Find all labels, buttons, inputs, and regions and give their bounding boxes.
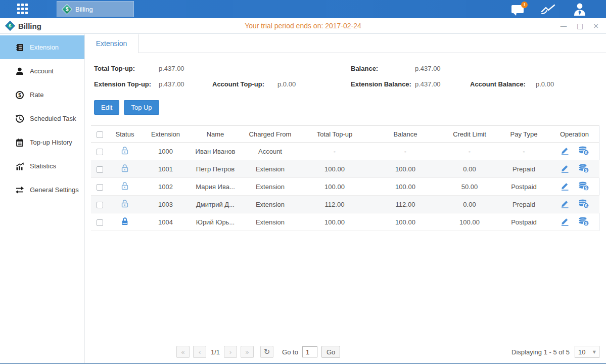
cell-pay-type: Prepaid <box>498 196 549 213</box>
table-row: 1004 Юрий Юрь... Extension 100.00 100.00… <box>91 213 599 231</box>
cell-balance: 100.00 <box>370 178 441 196</box>
row-checkbox[interactable] <box>97 166 103 173</box>
minimize-icon[interactable]: — <box>560 22 567 29</box>
maximize-icon[interactable]: □ <box>577 22 583 29</box>
col-operation: Operation <box>549 126 599 143</box>
sidebar-item-extension[interactable]: Extension <box>0 35 84 59</box>
top-up-button[interactable]: Top Up <box>124 100 159 115</box>
edit-row-icon[interactable] <box>560 217 570 226</box>
sidebar-item-account[interactable]: Account <box>0 59 84 83</box>
next-page-button[interactable]: › <box>224 346 237 358</box>
sidebar-item-general-settings[interactable]: General Settings <box>0 178 84 202</box>
status-lock-icon[interactable] <box>121 164 129 172</box>
extension-topup-label: Extension Top-up: <box>94 80 159 88</box>
dollar-circle-icon: $ <box>15 90 24 100</box>
apps-grid-icon[interactable] <box>17 4 29 15</box>
cell-total-topup: 100.00 <box>299 178 370 196</box>
top-up-row-icon[interactable]: $ <box>578 163 589 173</box>
table-row: 1003 Дмитрий Д... Extension 112.00 112.0… <box>91 196 599 213</box>
top-up-row-icon[interactable]: $ <box>578 199 589 209</box>
account-topup-value: p.0.00 <box>277 80 351 88</box>
row-checkbox[interactable] <box>97 184 103 191</box>
tab-extension[interactable]: Extension <box>85 34 138 53</box>
sidebar-item-rate[interactable]: $ Rate <box>0 83 84 107</box>
sidebar-item-label: General Settings <box>30 186 79 194</box>
main-content: Extension Total Top-up: p.437.00 Balance… <box>85 34 606 363</box>
first-page-button[interactable]: « <box>176 346 190 358</box>
svg-text:$: $ <box>585 221 587 226</box>
status-lock-icon[interactable] <box>121 146 129 155</box>
edit-row-icon[interactable] <box>560 181 570 191</box>
cell-credit-limit: 50.00 <box>441 178 498 196</box>
col-credit-limit: Credit Limit <box>441 126 498 143</box>
cell-total-topup: 100.00 <box>299 160 370 178</box>
edit-row-icon[interactable] <box>560 146 570 155</box>
sidebar-item-scheduled-task[interactable]: Scheduled Task <box>0 107 84 130</box>
row-checkbox[interactable] <box>97 149 103 155</box>
user-account-icon[interactable] <box>573 3 587 16</box>
col-pay-type: Pay Type <box>498 126 549 143</box>
edit-row-icon[interactable] <box>560 199 570 208</box>
cell-name: Петр Петров <box>190 160 241 178</box>
sidebar: Extension Account $ Rate Scheduled Task <box>0 34 85 363</box>
top-up-row-icon[interactable]: $ <box>578 216 589 226</box>
col-extension: Extension <box>142 126 190 143</box>
svg-text:$: $ <box>18 92 21 98</box>
cell-balance: 100.00 <box>370 213 441 231</box>
page-size-dropdown[interactable]: 10 ▼ <box>575 346 599 358</box>
cell-charged-from: Extension <box>241 178 299 196</box>
goto-label: Go to <box>282 348 298 356</box>
cell-extension: 1002 <box>142 178 190 196</box>
goto-page-input[interactable] <box>302 346 317 357</box>
history-clock-icon <box>15 114 24 123</box>
edit-button[interactable]: Edit <box>94 100 119 115</box>
edit-row-icon[interactable] <box>560 164 570 173</box>
billing-window-icon: $ <box>5 21 15 31</box>
cell-name: Дмитрий Д... <box>190 196 241 213</box>
person-icon <box>15 67 24 76</box>
balance-value: p.437.00 <box>415 65 441 72</box>
balance-summary: Total Top-up: p.437.00 Balance: p.437.00… <box>85 53 606 92</box>
table-body: 1000 Иван Иванов Account - - - - <box>91 143 599 231</box>
svg-text:$: $ <box>585 168 587 173</box>
cell-credit-limit: 100.00 <box>441 213 498 231</box>
prev-page-button[interactable]: ‹ <box>193 346 206 358</box>
table-header-row: Status Extension Name Charged From Total… <box>91 126 599 143</box>
select-all-checkbox[interactable] <box>97 131 103 138</box>
row-checkbox[interactable] <box>97 219 103 226</box>
cell-balance: - <box>370 143 441 160</box>
trial-notice: Your trial period ends on: 2017-02-24 <box>0 18 606 33</box>
notifications-icon[interactable]: ! <box>511 5 524 13</box>
top-up-row-icon[interactable]: $ <box>578 181 589 191</box>
billing-app-tab[interactable]: $ Billing <box>57 1 134 17</box>
cell-credit-limit: 0.00 <box>441 160 498 178</box>
top-up-row-icon[interactable]: $ <box>578 146 589 156</box>
cell-total-topup: - <box>299 143 370 160</box>
statistics-chart-icon[interactable] <box>540 3 556 15</box>
refresh-button[interactable]: ↻ <box>260 346 273 358</box>
svg-text:$: $ <box>585 203 587 208</box>
sidebar-item-statistics[interactable]: Statistics <box>0 154 84 178</box>
cell-extension: 1003 <box>142 196 190 213</box>
cell-pay-type: Postpaid <box>498 213 549 231</box>
table-row: 1000 Иван Иванов Account - - - - <box>91 143 599 160</box>
col-balance: Balance <box>370 126 441 143</box>
status-lock-icon[interactable] <box>121 181 129 190</box>
row-checkbox[interactable] <box>97 202 103 208</box>
extension-balance-label: Extension Balance: <box>351 80 415 88</box>
close-icon[interactable]: × <box>593 22 599 29</box>
table-row: 1002 Мария Ива... Extension 100.00 100.0… <box>91 178 599 196</box>
cell-extension: 1001 <box>142 160 190 178</box>
svg-text:$: $ <box>585 150 587 155</box>
window-title: Billing <box>18 22 41 30</box>
col-total-topup: Total Top-up <box>299 126 370 143</box>
cell-balance: 112.00 <box>370 196 441 213</box>
last-page-button[interactable]: » <box>241 346 254 358</box>
svg-text:$: $ <box>585 186 587 191</box>
bar-chart-icon <box>15 162 24 171</box>
status-lock-icon[interactable] <box>121 199 129 208</box>
go-button[interactable]: Go <box>321 346 340 358</box>
sidebar-item-topup-history[interactable]: Top-up History <box>0 130 84 154</box>
col-name: Name <box>190 126 241 143</box>
status-lock-icon[interactable] <box>121 217 129 225</box>
